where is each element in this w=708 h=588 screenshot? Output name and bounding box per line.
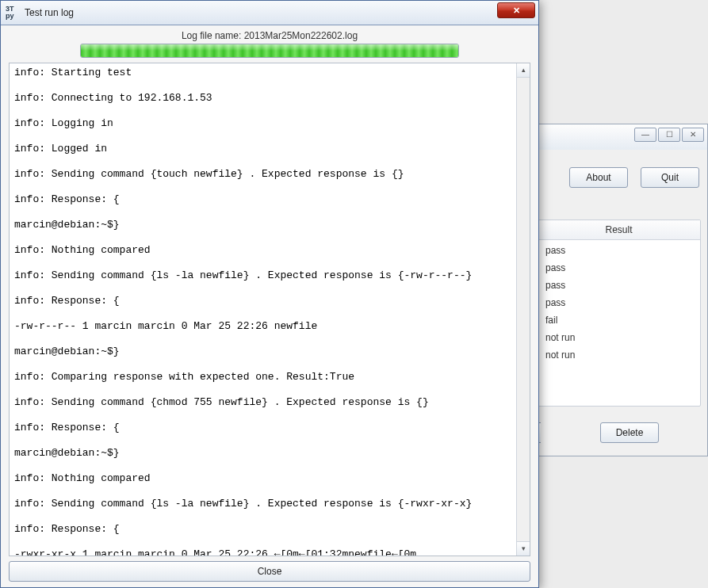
- app-icon: 3T py: [6, 6, 20, 20]
- result-list: passpasspasspassfailnot runnot run: [538, 240, 700, 365]
- log-line: info: Starting test: [14, 67, 515, 79]
- parent-maximize-button[interactable]: ☐: [658, 128, 680, 142]
- log-body: Log file name: 2013Mar25Mon222602.log in…: [1, 25, 538, 588]
- log-bottom-row: Close: [9, 556, 530, 582]
- parent-close-button[interactable]: ✕: [682, 128, 704, 142]
- result-item[interactable]: pass: [538, 294, 700, 311]
- log-vertical-scrollbar[interactable]: ▴ ▾: [516, 63, 530, 556]
- log-window-close-button[interactable]: ✕: [497, 2, 535, 18]
- log-text-area: info: Starting test info: Connecting to …: [9, 63, 530, 556]
- result-item[interactable]: pass: [538, 242, 700, 259]
- log-filename-label: Log file name:: [182, 30, 244, 41]
- delete-button[interactable]: Delete: [600, 422, 659, 443]
- log-window: 3T py Test run log ✕ Log file name: 2013…: [0, 0, 539, 588]
- log-line: info: Sending command {touch newfile} . …: [14, 168, 515, 181]
- log-content: info: Starting test info: Connecting to …: [14, 67, 515, 556]
- about-button[interactable]: About: [569, 167, 628, 188]
- parent-top-button-row: About Quit: [556, 167, 699, 188]
- log-line: info: Nothing compared: [14, 472, 515, 485]
- scrollbar-track[interactable]: [517, 77, 530, 542]
- result-item[interactable]: pass: [538, 259, 700, 277]
- scrollbar-up-arrow-icon[interactable]: ▴: [517, 63, 530, 78]
- result-header: Result: [538, 220, 700, 240]
- result-item[interactable]: not run: [538, 329, 700, 346]
- result-item[interactable]: fail: [538, 311, 700, 329]
- log-scroll-viewport[interactable]: info: Starting test info: Connecting to …: [10, 63, 516, 556]
- log-line: info: Sending command {ls -la newfile} .…: [14, 269, 515, 282]
- log-filename-value: 2013Mar25Mon222602.log: [244, 30, 358, 41]
- progress-bar: [80, 44, 459, 58]
- log-window-title: Test run log: [25, 7, 74, 18]
- close-button[interactable]: Close: [9, 561, 530, 582]
- scrollbar-down-arrow-icon[interactable]: ▾: [517, 541, 530, 556]
- log-line: marcin@debian:~$}: [14, 346, 515, 358]
- log-line: info: Response: {: [14, 523, 515, 536]
- log-line: info: Connecting to 192.168.1.53: [14, 92, 515, 105]
- parent-window-controls: — ☐ ✕: [634, 128, 704, 142]
- result-item[interactable]: pass: [538, 277, 700, 294]
- quit-button[interactable]: Quit: [641, 167, 699, 188]
- log-titlebar[interactable]: 3T py Test run log ✕: [1, 1, 538, 25]
- log-line: -rwxr-xr-x 1 marcin marcin 0 Mar 25 22:2…: [14, 548, 515, 556]
- log-line: info: Nothing compared: [14, 244, 515, 257]
- log-line: info: Response: {: [14, 422, 515, 434]
- log-line: -rw-r--r-- 1 marcin marcin 0 Mar 25 22:2…: [14, 320, 515, 333]
- log-line: marcin@debian:~$}: [14, 219, 515, 231]
- log-line: info: Sending command {ls -la newfile} .…: [14, 498, 515, 510]
- app-icon-bottom: py: [6, 13, 20, 20]
- parent-minimize-button[interactable]: —: [634, 128, 656, 142]
- progress-gloss: [81, 44, 458, 51]
- log-line: info: Sending command {chmod 755 newfile…: [14, 396, 515, 409]
- log-line: info: Response: {: [14, 193, 515, 206]
- log-line: info: Comparing response with expected o…: [14, 371, 515, 384]
- result-panel: Result passpasspasspassfailnot runnot ru…: [537, 220, 701, 407]
- log-line: info: Logged in: [14, 143, 515, 155]
- result-item[interactable]: not run: [538, 346, 700, 364]
- log-line: marcin@debian:~$}: [14, 447, 515, 460]
- log-line: info: Response: {: [14, 295, 515, 307]
- log-filename-row: Log file name: 2013Mar25Mon222602.log: [9, 29, 530, 44]
- log-line: info: Logging in: [14, 117, 515, 130]
